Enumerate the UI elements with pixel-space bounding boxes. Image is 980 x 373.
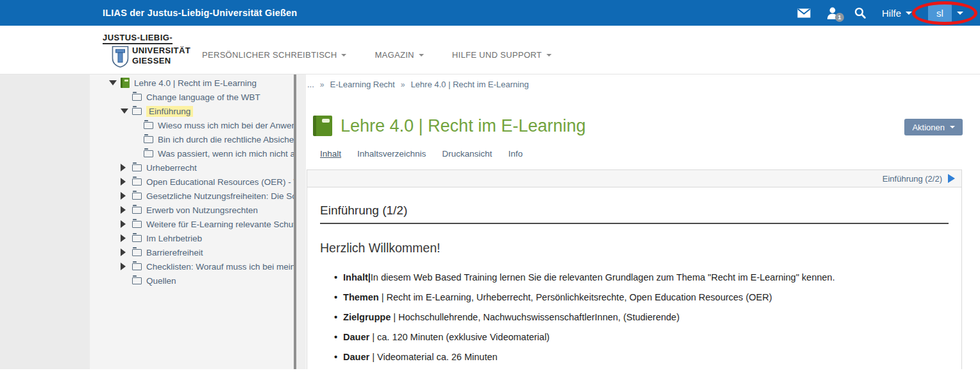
tree-item[interactable]: Im Lehrbetrieb (90, 231, 294, 245)
tab-druckansicht[interactable]: Druckansicht (442, 149, 492, 159)
folder-icon (132, 221, 142, 228)
notification-badge: 1 (835, 13, 844, 22)
breadcrumb-ellipsis[interactable]: ... (307, 80, 314, 89)
folder-icon (132, 277, 142, 284)
list-item: Themen | Recht im E-Learning, Urheberrec… (334, 291, 949, 304)
next-page-icon[interactable] (948, 174, 955, 183)
folder-icon (132, 108, 142, 115)
tree-item[interactable]: Quellen (90, 273, 294, 288)
tree-item[interactable]: Barrierefreiheit (90, 245, 294, 259)
folder-icon (132, 94, 142, 101)
breadcrumb-link[interactable]: Lehre 4.0 | Recht im E-Learning (410, 80, 528, 89)
university-logo[interactable]: JUSTUS-LIEBIG- UNIVERSITÄT GIESSEN (103, 31, 190, 71)
tab-info[interactable]: Info (508, 149, 523, 159)
expand-icon[interactable] (121, 248, 126, 256)
expand-icon[interactable] (121, 263, 126, 270)
chevron-down-icon (546, 54, 552, 56)
expand-icon[interactable] (121, 206, 126, 214)
tree-item-root[interactable]: Lehre 4.0 | Recht im E-Learning (90, 76, 294, 90)
main-menu: PERSÖNLICHER SCHREIBTISCH MAGAZIN HILFE … (202, 50, 552, 60)
tree-item[interactable]: Checklisten: Worauf muss ich bei meine (90, 259, 294, 273)
folder-icon (132, 164, 142, 171)
tree-item[interactable]: Urheberrecht (90, 160, 294, 175)
ilias-window: ILIAS der Justus-Liebig-Universität Gieß… (0, 0, 980, 373)
tab-inhalt[interactable]: Inhalt (320, 149, 341, 159)
folder-icon (132, 193, 142, 200)
learning-module-icon (121, 78, 130, 88)
tree-item[interactable]: Change language of the WBT (90, 90, 294, 104)
logo-line1: JUSTUS-LIEBIG- (103, 33, 173, 44)
folder-icon (144, 136, 153, 143)
expand-icon[interactable] (121, 178, 126, 186)
help-menu[interactable]: Hilfe (882, 8, 912, 19)
folder-icon (132, 207, 142, 214)
logo-line2: UNIVERSITÄT (132, 46, 190, 56)
chevron-down-icon (906, 12, 912, 15)
list-item: Dauer | ca. 120 Minuten (exklusive Video… (334, 331, 949, 343)
logo-line3: GIESSEN (132, 56, 190, 66)
list-item: Inhalt|In diesem Web Based Training lern… (334, 271, 949, 284)
menu-personal-desktop[interactable]: PERSÖNLICHER SCHREIBTISCH (202, 50, 346, 60)
tab-bar: Inhalt Inhaltsverzeichnis Druckansicht I… (320, 149, 523, 159)
chevron-down-icon (419, 54, 424, 56)
tree-gutter (296, 74, 306, 369)
tree-item[interactable]: Bin ich durch die rechtliche Absicher (90, 132, 294, 146)
page-body: Lehre 4.0 | Recht im E-Learning Change l… (0, 74, 980, 369)
chevron-down-icon (341, 54, 346, 56)
folder-icon (132, 263, 142, 270)
expand-icon[interactable] (121, 220, 126, 228)
folder-icon (144, 122, 153, 129)
breadcrumb-link[interactable]: E-Learning Recht (330, 80, 395, 89)
pager-next-label[interactable]: Einführung (2/2) (883, 174, 942, 184)
menu-help-support[interactable]: HILFE UND SUPPORT (452, 50, 552, 60)
folder-icon (132, 249, 142, 256)
list-item: Dauer | Videomaterial ca. 26 Minuten (334, 351, 949, 363)
main-content: ... » E-Learning Recht » Lehre 4.0 | Rec… (306, 74, 980, 369)
page-section: Einführung (1/2) Herzlich Willkommen! In… (307, 187, 961, 369)
chevron-down-icon (950, 126, 955, 128)
tree-item[interactable]: Erwerb von Nutzungsrechten (90, 203, 294, 217)
collapse-icon[interactable] (121, 108, 128, 114)
university-shield-icon (112, 46, 129, 71)
content-panel: Einführung (2/2) Einführung (1/2) Herzli… (307, 169, 962, 369)
tree-item[interactable]: Was passiert, wenn ich mich nicht an (90, 146, 294, 160)
info-list: Inhalt|In diesem Web Based Training lern… (334, 271, 949, 363)
app-title: ILIAS der Justus-Liebig-Universität Gieß… (103, 8, 297, 18)
section-heading: Einführung (1/2) (320, 204, 949, 224)
search-icon[interactable] (854, 7, 866, 19)
site-header: JUSTUS-LIEBIG- UNIVERSITÄT GIESSEN PERSÖ… (0, 26, 980, 74)
expand-icon[interactable] (121, 192, 126, 200)
breadcrumb: ... » E-Learning Recht » Lehre 4.0 | Rec… (307, 80, 528, 89)
page-title: Lehre 4.0 | Recht im E-Learning (341, 116, 586, 136)
user-menu-button[interactable]: sl (928, 3, 952, 22)
tree-item[interactable]: Open Educational Resources (OER) - Wa (90, 175, 294, 189)
learning-module-icon (313, 116, 332, 136)
breadcrumb-separator: » (320, 80, 325, 89)
user-notifications-icon[interactable]: 1 (827, 7, 838, 19)
collapse-icon[interactable] (109, 80, 117, 85)
tree-item[interactable]: Weitere für E-Learning relevante Schutz (90, 217, 294, 231)
menu-repository[interactable]: MAGAZIN (375, 50, 423, 60)
folder-icon (132, 178, 142, 186)
user-menu-chevron-icon[interactable] (957, 12, 963, 15)
list-item: Zielgruppe | Hochschullehrende, Nachwuch… (334, 311, 949, 324)
expand-icon[interactable] (121, 234, 126, 242)
tab-inhaltsverzeichnis[interactable]: Inhaltsverzeichnis (357, 149, 426, 159)
actions-button[interactable]: Aktionen (904, 119, 963, 135)
pager-bar: Einführung (2/2) (307, 170, 961, 187)
expand-icon[interactable] (121, 164, 126, 171)
tree-item-current[interactable]: Einführung (90, 104, 294, 118)
folder-icon (144, 150, 153, 157)
breadcrumb-separator: » (401, 80, 405, 89)
welcome-heading: Herzlich Willkommen! (320, 241, 949, 256)
tree-item[interactable]: Gesetzliche Nutzungsfreiheiten: Die Sch (90, 189, 294, 203)
folder-icon (132, 235, 142, 242)
mail-icon[interactable] (797, 8, 811, 18)
tree-item[interactable]: Wieso muss ich mich bei der Anwend (90, 118, 294, 132)
help-label: Hilfe (882, 8, 901, 19)
left-page-margin (0, 74, 90, 369)
content-tree-sidebar: Lehre 4.0 | Recht im E-Learning Change l… (90, 74, 294, 369)
top-bar: ILIAS der Justus-Liebig-Universität Gieß… (0, 0, 980, 26)
